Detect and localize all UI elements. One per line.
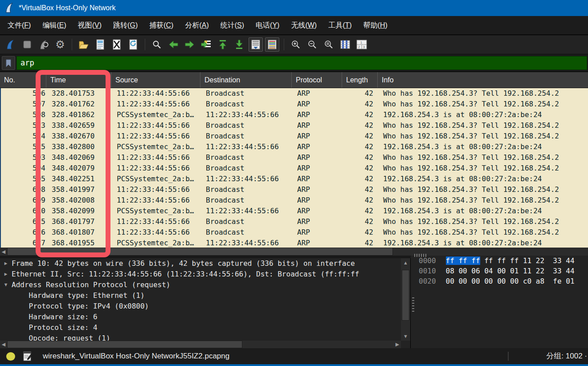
capture-filename: wireshark_VirtualBox Host-Only NetworkJ5…	[43, 348, 229, 364]
detail-line[interactable]: Opcode: request (1)	[0, 333, 401, 341]
cell-info: Who has 192.168.254.3? Tell 192.168.254.…	[379, 216, 588, 227]
detail-line[interactable]: ▶ Ethernet II, Src: 11:22:33:44:55:66 (1…	[0, 269, 401, 280]
menu-item[interactable]: 文件(F)	[2, 16, 37, 34]
cell-length: 42	[343, 142, 379, 152]
scrollbar-thumb[interactable]	[7, 341, 242, 348]
filter-bar: arp	[0, 54, 588, 72]
zoom-out-icon[interactable]	[305, 37, 319, 52]
menu-item[interactable]: 工具(T)	[323, 16, 357, 34]
hex-bytes: 08 00 06 04 00 01 11 22 33 44	[446, 267, 575, 275]
expand-arrow-icon[interactable]: ▶	[0, 258, 12, 269]
cell-info: Who has 192.168.254.3? Tell 192.168.254.…	[379, 99, 588, 110]
scroll-right-icon[interactable]: ▶	[394, 342, 401, 347]
column-header-info[interactable]: Info	[378, 72, 588, 88]
reload-file-icon[interactable]	[126, 37, 140, 52]
go-first-packet-icon[interactable]	[216, 37, 230, 52]
splitter-handle-icon[interactable]	[412, 297, 414, 313]
save-file-icon[interactable]	[93, 37, 107, 52]
statusbar-divider	[508, 352, 509, 361]
cell-source: 11:22:33:44:55:66	[112, 120, 201, 131]
capture-comment-icon[interactable]	[23, 351, 32, 362]
cell-destination: Broadcast	[201, 163, 293, 174]
cell-destination: Broadcast	[201, 131, 293, 142]
cell-protocol: ARP	[293, 174, 343, 184]
start-capture-icon[interactable]	[4, 37, 18, 52]
cell-source: 11:22:33:44:55:66	[112, 152, 201, 163]
splitter-handle-icon[interactable]	[414, 254, 427, 257]
menu-item[interactable]: 视图(V)	[72, 16, 107, 34]
find-packet-icon[interactable]	[150, 37, 164, 52]
detail-line[interactable]: Hardware type: Ethernet (1)	[0, 290, 401, 301]
cell-info: Who has 192.168.254.3? Tell 192.168.254.…	[379, 152, 588, 163]
go-last-packet-icon[interactable]	[232, 37, 246, 52]
colorize-toggle-icon[interactable]	[265, 37, 279, 52]
menu-item[interactable]: 编辑(E)	[37, 16, 72, 34]
menu-item[interactable]: 跳转(G)	[107, 16, 143, 34]
menu-item[interactable]: 统计(S)	[215, 16, 250, 34]
stop-capture-icon[interactable]	[20, 37, 34, 52]
detail-line[interactable]: Protocol type: IPv4 (0x0800)	[0, 301, 401, 312]
scroll-down-icon[interactable]: ▼	[401, 333, 410, 340]
layout-columns-icon[interactable]: 123	[355, 37, 369, 52]
cell-length: 42	[343, 99, 379, 110]
open-file-icon[interactable]	[77, 37, 91, 52]
wireshark-fin-icon	[4, 3, 14, 13]
expert-info-icon[interactable]	[6, 352, 15, 361]
window-title: *VirtualBox Host-Only Network	[19, 4, 116, 12]
cell-protocol: ARP	[293, 88, 343, 99]
cell-length: 42	[343, 206, 379, 216]
status-bar: wireshark_VirtualBox Host-Only NetworkJ5…	[0, 348, 588, 366]
resize-columns-icon[interactable]	[338, 37, 352, 52]
expand-arrow-icon[interactable]	[0, 322, 12, 333]
hex-row[interactable]: 001008 00 06 04 00 01 11 22 33 44	[411, 266, 588, 276]
detail-vscrollbar[interactable]: ▲ ▼	[401, 258, 410, 341]
menu-item[interactable]: 无线(W)	[285, 16, 323, 34]
expand-arrow-icon[interactable]	[0, 290, 12, 301]
wireshark-window: { "window": { "title": "*VirtualBox Host…	[0, 0, 588, 366]
column-header-protocol[interactable]: Protocol	[292, 72, 342, 88]
go-next-packet-icon[interactable]	[183, 37, 197, 52]
menu-item[interactable]: 电话(Y)	[250, 16, 285, 34]
close-file-icon[interactable]	[110, 37, 124, 52]
column-header-destination[interactable]: Destination	[200, 72, 292, 88]
expand-arrow-icon[interactable]	[0, 333, 12, 341]
hex-row[interactable]: 0000ff ff ff ff ff ff 11 22 33 44	[411, 256, 588, 266]
scrollbar-thumb[interactable]	[402, 270, 409, 321]
auto-scroll-toggle-icon[interactable]	[249, 37, 263, 52]
detail-line[interactable]: Hardware size: 6	[0, 312, 401, 322]
restart-capture-icon[interactable]	[37, 37, 51, 52]
menu-bar: 文件(F) 编辑(E) 视图(V) 跳转(G) 捕获(C) 分析(A) 统计(S…	[0, 16, 588, 35]
column-header-source[interactable]: Source	[111, 72, 200, 88]
hex-bytes: ff ff ff 11 22 33 44	[480, 256, 575, 265]
go-to-packet-icon[interactable]	[199, 37, 213, 52]
cell-destination: Broadcast	[201, 120, 293, 131]
scroll-left-icon[interactable]: ◀	[0, 249, 7, 254]
scroll-left-icon[interactable]: ◀	[0, 342, 7, 347]
expand-arrow-icon[interactable]	[0, 301, 12, 312]
capture-options-icon[interactable]: ⚙	[53, 37, 67, 52]
cell-source: PCSSystemtec_2a:b…	[112, 110, 201, 120]
filter-bookmark-button[interactable]	[2, 56, 15, 70]
detail-line[interactable]: Protocol size: 4	[0, 322, 401, 333]
cell-source: PCSSystemtec_2a:b…	[112, 142, 201, 152]
detail-line[interactable]: ▼ Address Resolution Protocol (request)	[0, 280, 401, 290]
detail-line[interactable]: ▶ Frame 10: 42 bytes on wire (336 bits),…	[0, 258, 401, 269]
zoom-reset-icon[interactable]	[322, 37, 336, 52]
column-header-length[interactable]: Length	[342, 72, 378, 88]
menu-item[interactable]: 捕获(C)	[143, 16, 179, 34]
menu-item[interactable]: 分析(A)	[179, 16, 214, 34]
menu-item[interactable]: 帮助(H)	[358, 16, 393, 34]
bookmark-icon	[5, 59, 12, 67]
detail-hscrollbar[interactable]: ◀ ▶	[0, 341, 401, 348]
zoom-in-icon[interactable]	[289, 37, 303, 52]
expand-arrow-icon[interactable]: ▶	[0, 269, 12, 280]
detail-text: Protocol type: IPv4 (0x0800)	[12, 301, 149, 312]
hex-row[interactable]: 002000 00 00 00 00 00 c0 a8 fe 01	[411, 276, 588, 286]
go-previous-packet-icon[interactable]	[166, 37, 180, 52]
cell-protocol: ARP	[293, 206, 343, 216]
expand-arrow-icon[interactable]	[0, 312, 12, 322]
cell-protocol: ARP	[293, 184, 343, 195]
scroll-up-icon[interactable]: ▲	[401, 259, 410, 266]
expand-arrow-icon[interactable]: ▼	[0, 280, 12, 290]
display-filter-input[interactable]: arp	[16, 56, 587, 70]
